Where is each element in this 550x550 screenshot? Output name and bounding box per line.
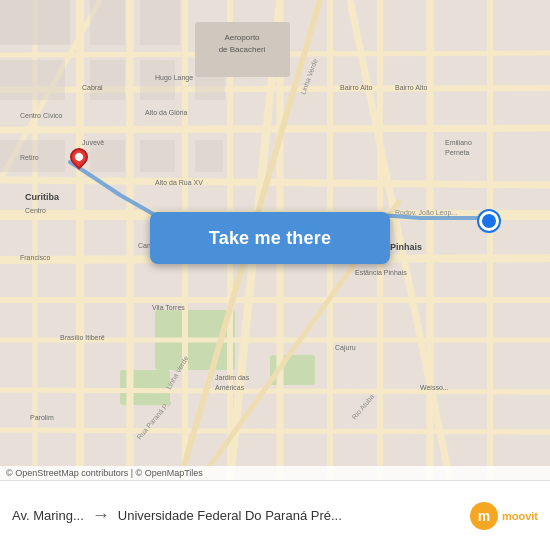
direction-arrow-icon: → xyxy=(92,505,110,526)
svg-rect-29 xyxy=(0,0,70,45)
svg-text:Cabral: Cabral xyxy=(82,84,103,91)
svg-text:Francisco: Francisco xyxy=(20,254,50,261)
map-view[interactable]: Aeroporto de Bacacheri Curitiba Centro P… xyxy=(0,0,550,480)
svg-text:Alto da Glória: Alto da Glória xyxy=(145,109,188,116)
moovit-brand-text: moovit xyxy=(502,510,538,522)
map-attribution: © OpenStreetMap contributors | © OpenMap… xyxy=(0,466,550,480)
svg-rect-32 xyxy=(0,60,65,100)
svg-text:Centro Cívico: Centro Cívico xyxy=(20,112,63,119)
svg-rect-38 xyxy=(140,140,175,172)
svg-text:Hugo Lange: Hugo Lange xyxy=(155,74,193,82)
svg-text:Pinhais: Pinhais xyxy=(390,242,422,252)
moovit-icon: m xyxy=(470,502,498,530)
svg-text:Cajuru: Cajuru xyxy=(335,344,356,352)
svg-text:Bairro Alto: Bairro Alto xyxy=(340,84,372,91)
svg-text:Perneta: Perneta xyxy=(445,149,470,156)
svg-text:Estância Pinhais: Estância Pinhais xyxy=(355,269,407,276)
svg-text:Bairro Alto: Bairro Alto xyxy=(395,84,427,91)
to-location-label: Universidade Federal Do Paraná Pré... xyxy=(118,508,462,523)
svg-text:Retiro: Retiro xyxy=(20,154,39,161)
origin-marker xyxy=(479,211,499,231)
from-location-label: Av. Maring... xyxy=(12,508,84,523)
svg-text:Vila Torres: Vila Torres xyxy=(152,304,185,311)
take-me-there-button[interactable]: Take me there xyxy=(150,212,390,264)
svg-text:Brasílio Itiberê: Brasílio Itiberê xyxy=(60,334,105,341)
svg-text:Alto da Rua XV: Alto da Rua XV xyxy=(155,179,203,186)
destination-marker xyxy=(68,148,90,176)
svg-rect-39 xyxy=(195,140,223,172)
svg-rect-31 xyxy=(140,0,180,45)
svg-text:Parolim: Parolim xyxy=(30,414,54,421)
svg-text:Weisso...: Weisso... xyxy=(420,384,449,391)
bottom-info-bar: Av. Maring... → Universidade Federal Do … xyxy=(0,480,550,550)
svg-text:Américas: Américas xyxy=(215,384,245,391)
svg-rect-30 xyxy=(90,0,125,45)
svg-rect-33 xyxy=(90,60,125,100)
moovit-logo: m moovit xyxy=(470,502,538,530)
svg-text:Jardim das: Jardim das xyxy=(215,374,250,381)
svg-text:Curitiba: Curitiba xyxy=(25,192,60,202)
svg-text:Juvevê: Juvevê xyxy=(82,139,104,146)
svg-text:Aeroporto: Aeroporto xyxy=(224,33,260,42)
svg-text:Centro: Centro xyxy=(25,207,46,214)
svg-text:de Bacacheri: de Bacacheri xyxy=(219,45,266,54)
svg-text:Emiliano: Emiliano xyxy=(445,139,472,146)
